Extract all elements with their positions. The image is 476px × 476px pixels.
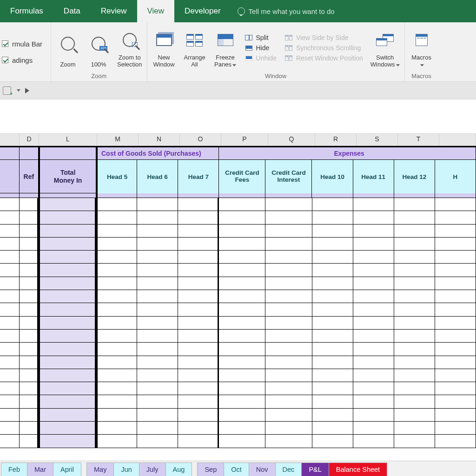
sheet-tab-sep[interactable]: Sep: [197, 463, 224, 476]
view-side-by-side-button[interactable]: View Side by Side: [283, 33, 365, 42]
play-icon[interactable]: [25, 88, 29, 93]
section-cogs: Cost of Goods Sold (Purchases): [96, 146, 219, 160]
macros-icon: [416, 34, 428, 46]
chevron-down-icon[interactable]: [17, 89, 20, 92]
switch-windows-button[interactable]: SwitchWindows: [370, 26, 401, 69]
table-row[interactable]: [0, 395, 476, 408]
lightbulb-icon: [238, 7, 245, 15]
window-group: NewWindow ArrangeAll FreezePanes Split H…: [147, 22, 405, 81]
hide-button[interactable]: Hide: [243, 44, 278, 52]
ribbon-body: rmula Bar adings Zoom 100 100% Zoom toSe…: [0, 22, 476, 82]
table-row[interactable]: [0, 290, 476, 303]
zoom-to-selection-button[interactable]: Zoom toSelection: [116, 26, 143, 69]
tab-developer[interactable]: Developer: [174, 0, 231, 22]
sheet-tab-april[interactable]: April: [53, 463, 81, 476]
table-row[interactable]: [0, 409, 476, 422]
table-row[interactable]: [0, 422, 476, 435]
table-row[interactable]: [0, 264, 476, 277]
header-cc-interest: Credit CardInterest: [265, 160, 312, 193]
table-row[interactable]: [0, 382, 476, 395]
headings-label: adings: [12, 56, 33, 64]
tab-data[interactable]: Data: [53, 0, 91, 22]
split-button[interactable]: Split: [243, 33, 278, 42]
macros-group: Macros Macros: [405, 22, 438, 81]
synchronous-scrolling-button[interactable]: Synchronous Scrolling: [283, 44, 365, 52]
table-row[interactable]: [0, 238, 476, 251]
header-cc-fees: Credit CardFees: [219, 160, 265, 193]
col-header-p[interactable]: P: [221, 134, 268, 145]
sheet-tab-aug[interactable]: Aug: [165, 463, 192, 476]
freeze-panes-icon: [218, 34, 233, 46]
header-head5: Head 5: [96, 160, 137, 193]
macros-button[interactable]: Macros: [409, 26, 435, 69]
checkmark-icon: [2, 57, 8, 63]
chevron-down-icon: [396, 64, 400, 66]
sheet-tab-jun[interactable]: Jun: [113, 463, 139, 476]
tell-me-search[interactable]: Tell me what you want to do: [231, 0, 341, 22]
tell-me-placeholder: Tell me what you want to do: [249, 7, 335, 15]
header-total-money-in: TotalMoney In: [39, 160, 96, 193]
freeze-panes-button[interactable]: FreezePanes: [212, 26, 238, 69]
table-row[interactable]: [0, 277, 476, 290]
hide-icon: [245, 46, 252, 51]
formula-bar-area[interactable]: [0, 99, 476, 134]
formula-bar-checkbox[interactable]: rmula Bar: [2, 40, 42, 48]
header-head10: Head 10: [312, 160, 353, 193]
header-head6: Head 6: [137, 160, 178, 193]
table-row[interactable]: [0, 330, 476, 343]
headings-checkbox[interactable]: adings: [2, 56, 42, 64]
reset-position-icon: [285, 55, 292, 61]
col-header-m[interactable]: M: [97, 134, 139, 145]
unhide-icon: [245, 56, 252, 61]
table-row[interactable]: [0, 211, 476, 224]
col-header-n[interactable]: N: [139, 134, 180, 145]
chevron-down-icon: [420, 64, 424, 66]
table-row[interactable]: [0, 225, 476, 238]
table-row[interactable]: [0, 198, 476, 211]
header-head12: Head 12: [394, 160, 435, 193]
zoom-button[interactable]: Zoom: [55, 26, 81, 69]
sheet-tab-balance-sheet[interactable]: Balance Sheet: [329, 463, 387, 476]
table-row[interactable]: [0, 251, 476, 264]
tab-view[interactable]: View: [137, 0, 175, 22]
sheet-tab-oct[interactable]: Oct: [224, 463, 249, 476]
reset-window-position-button[interactable]: Reset Window Position: [283, 54, 365, 62]
col-header-q[interactable]: Q: [268, 134, 315, 145]
sheet-tab-july[interactable]: July: [139, 463, 166, 476]
col-header-l[interactable]: L: [39, 134, 97, 145]
table-row[interactable]: [0, 435, 476, 448]
sheet-tab-may[interactable]: May: [86, 463, 114, 476]
table-row[interactable]: [0, 303, 476, 316]
header-head7: Head 7: [178, 160, 219, 193]
formula-bar-label: rmula Bar: [12, 40, 42, 48]
header-ref: Ref: [20, 160, 39, 193]
new-window-button[interactable]: NewWindow: [151, 26, 177, 69]
sheet-tab-mar[interactable]: Mar: [27, 463, 53, 476]
unhide-button[interactable]: Unhide: [243, 54, 278, 62]
sheet-tab-dec[interactable]: Dec: [275, 463, 302, 476]
tab-formulas[interactable]: Formulas: [0, 0, 53, 22]
col-header[interactable]: [0, 134, 20, 145]
col-header-s[interactable]: S: [357, 134, 398, 145]
sheet-tab-pl[interactable]: P&L: [301, 463, 329, 476]
spreadsheet-grid[interactable]: Cost of Goods Sold (Purchases) Expenses …: [0, 146, 476, 448]
table-row[interactable]: [0, 356, 476, 369]
paste-icon[interactable]: [3, 86, 11, 95]
table-row[interactable]: [0, 343, 476, 356]
table-row[interactable]: [0, 369, 476, 382]
header-cut: H: [435, 160, 476, 193]
sheet-tab-feb[interactable]: Feb: [1, 463, 27, 476]
sheet-tab-nov[interactable]: Nov: [249, 463, 276, 476]
magnifier-icon: [61, 37, 75, 51]
zoom-100-button[interactable]: 100 100%: [86, 26, 112, 69]
col-header-r[interactable]: R: [315, 134, 357, 145]
window-group-label: Window: [151, 72, 401, 81]
arrange-all-button[interactable]: ArrangeAll: [182, 26, 208, 69]
col-header-o[interactable]: O: [180, 134, 221, 145]
col-header-d[interactable]: D: [20, 134, 39, 145]
ribbon-tab-strip: Formulas Data Review View Developer Tell…: [0, 0, 476, 22]
tab-review[interactable]: Review: [91, 0, 137, 22]
table-row[interactable]: [0, 317, 476, 330]
chevron-down-icon: [232, 64, 236, 66]
col-header-t[interactable]: T: [398, 134, 439, 145]
